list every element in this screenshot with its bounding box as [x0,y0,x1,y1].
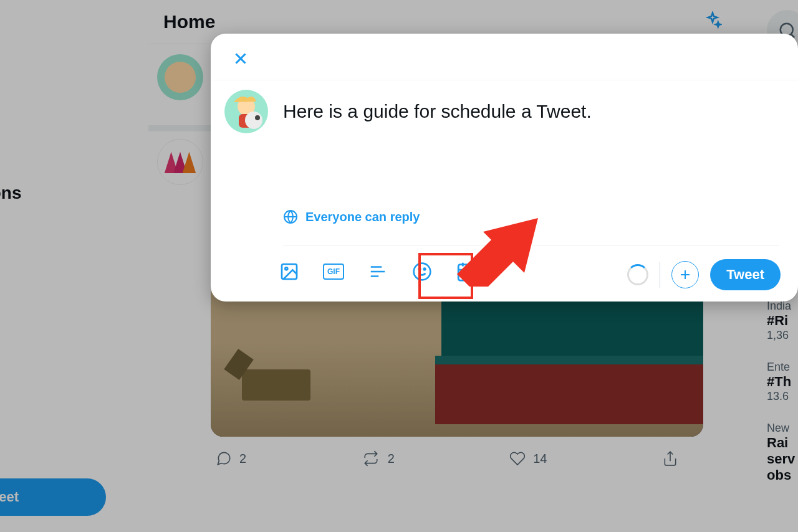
svg-point-8 [414,264,431,280]
trend-count: 1,36 [767,329,798,342]
trend-meta: New [767,422,798,435]
schedule-icon[interactable] [455,260,478,283]
trend-line: Rai [767,435,798,451]
trend-item[interactable]: Ente #Th 13.6 [767,361,798,403]
gif-icon[interactable]: GIF [322,260,345,283]
tweet-button[interactable]: Tweet [710,259,781,290]
like-button[interactable]: 14 [509,450,547,467]
add-thread-button[interactable] [671,261,699,288]
reply-scope-button[interactable]: Everyone can reply [283,209,420,224]
trend-meta: India [767,300,798,313]
emoji-icon[interactable] [411,260,433,283]
trend-item[interactable]: India #Ri 1,36 [767,300,798,342]
retweet-button[interactable]: 2 [362,450,395,467]
reply-button[interactable]: 2 [216,450,246,467]
retweet-count: 2 [388,452,395,466]
composer-toolbar: GIF [278,260,478,283]
nav-item[interactable]: ations [0,174,100,212]
trend-tag: #Th [767,374,798,390]
svg-point-7 [285,267,287,270]
avatar[interactable] [157,54,203,100]
sparkle-icon[interactable] [703,11,722,30]
nav-item[interactable]: ges [0,237,100,274]
reply-scope-label: Everyone can reply [305,210,420,224]
trend-tag: #Ri [767,313,798,329]
svg-point-4 [255,115,260,120]
avatar[interactable] [157,139,203,185]
trend-meta: Ente [767,361,798,374]
poll-icon[interactable] [367,260,389,283]
globe-icon [283,209,298,224]
svg-point-9 [419,268,421,270]
nav-item[interactable]: e [0,112,100,150]
svg-point-3 [245,112,262,129]
trend-line: obs [767,467,798,483]
avatar[interactable] [224,90,268,133]
compose-tweet-modal: Here is a guide for schedule a Tweet. Ev… [211,34,798,302]
image-icon[interactable] [278,260,300,283]
left-nav: e ations ges [0,0,100,274]
svg-point-10 [424,268,426,270]
composer-right-tools: Tweet [627,259,781,290]
trend-item[interactable]: New Rai serv obs [767,422,798,483]
excavator-graphic [242,369,310,401]
trend-count: 13.6 [767,390,798,403]
tweet-fab-button[interactable]: eet [0,478,106,516]
close-button[interactable] [228,46,253,71]
tweet-text-input[interactable]: Here is a guide for schedule a Tweet. [283,101,592,122]
share-button[interactable] [662,450,678,467]
character-count-spinner [627,264,648,285]
like-count: 14 [533,452,547,466]
divider [660,262,660,288]
trend-line: serv [767,451,798,467]
tweet-actions: 2 2 14 [211,443,703,467]
reply-count: 2 [239,452,246,466]
